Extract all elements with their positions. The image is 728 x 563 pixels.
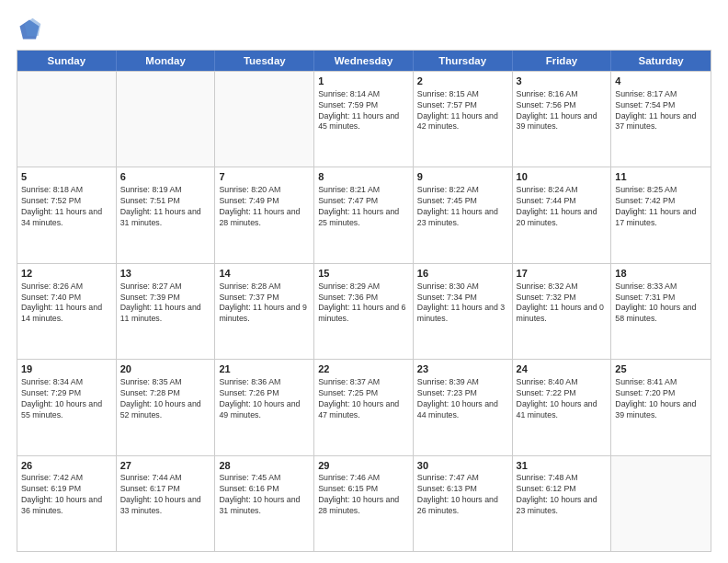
day-number: 24 (517, 362, 608, 376)
cell-text: Sunrise: 8:34 AM Sunset: 7:29 PM Dayligh… (21, 377, 112, 421)
cal-cell: 30Sunrise: 7:47 AM Sunset: 6:13 PM Dayli… (414, 456, 513, 551)
cal-cell: 31Sunrise: 7:48 AM Sunset: 6:12 PM Dayli… (513, 456, 612, 551)
header-day-friday: Friday (513, 51, 612, 71)
cell-text: Sunrise: 8:16 AM Sunset: 7:56 PM Dayligh… (517, 89, 608, 133)
day-number: 9 (417, 170, 508, 184)
header-day-monday: Monday (117, 51, 216, 71)
cell-text: Sunrise: 8:35 AM Sunset: 7:28 PM Dayligh… (120, 377, 211, 421)
cal-cell: 1Sunrise: 8:14 AM Sunset: 7:59 PM Daylig… (314, 72, 414, 167)
header (17, 17, 711, 42)
cal-cell: 29Sunrise: 7:46 AM Sunset: 6:15 PM Dayli… (314, 456, 414, 551)
cell-text: Sunrise: 8:41 AM Sunset: 7:20 PM Dayligh… (615, 377, 707, 421)
cal-cell: 9Sunrise: 8:22 AM Sunset: 7:45 PM Daylig… (414, 167, 513, 262)
header-day-tuesday: Tuesday (215, 51, 314, 71)
day-number: 3 (517, 75, 608, 88)
header-day-saturday: Saturday (611, 51, 711, 71)
day-number: 17 (517, 267, 608, 281)
cell-text: Sunrise: 8:27 AM Sunset: 7:39 PM Dayligh… (120, 282, 211, 326)
cal-cell: 21Sunrise: 8:36 AM Sunset: 7:26 PM Dayli… (215, 360, 314, 454)
cell-text: Sunrise: 8:33 AM Sunset: 7:31 PM Dayligh… (615, 282, 707, 326)
day-number: 15 (318, 267, 409, 281)
day-number: 31 (517, 459, 608, 473)
cell-text: Sunrise: 7:44 AM Sunset: 6:17 PM Dayligh… (120, 473, 211, 517)
week-row-4: 19Sunrise: 8:34 AM Sunset: 7:29 PM Dayli… (17, 359, 711, 454)
header-day-sunday: Sunday (17, 51, 117, 71)
day-number: 28 (219, 459, 310, 473)
day-number: 25 (615, 362, 707, 376)
calendar-header-row: SundayMondayTuesdayWednesdayThursdayFrid… (17, 51, 711, 71)
day-number: 26 (21, 459, 112, 473)
cal-cell: 4Sunrise: 8:17 AM Sunset: 7:54 PM Daylig… (611, 72, 711, 167)
week-row-2: 5Sunrise: 8:18 AM Sunset: 7:52 PM Daylig… (17, 167, 711, 262)
cal-cell: 15Sunrise: 8:29 AM Sunset: 7:36 PM Dayli… (314, 264, 414, 359)
cell-text: Sunrise: 8:20 AM Sunset: 7:49 PM Dayligh… (219, 185, 310, 229)
cal-cell: 28Sunrise: 7:45 AM Sunset: 6:16 PM Dayli… (215, 456, 314, 551)
cell-text: Sunrise: 7:45 AM Sunset: 6:16 PM Dayligh… (219, 473, 310, 517)
cell-text: Sunrise: 8:40 AM Sunset: 7:22 PM Dayligh… (517, 377, 608, 421)
week-row-1: 1Sunrise: 8:14 AM Sunset: 7:59 PM Daylig… (17, 71, 711, 167)
day-number: 8 (318, 170, 409, 184)
day-number: 22 (318, 362, 409, 376)
calendar: SundayMondayTuesdayWednesdayThursdayFrid… (17, 50, 711, 552)
header-day-wednesday: Wednesday (314, 51, 414, 71)
cal-cell: 25Sunrise: 8:41 AM Sunset: 7:20 PM Dayli… (611, 360, 711, 454)
cell-text: Sunrise: 7:47 AM Sunset: 6:13 PM Dayligh… (417, 473, 508, 517)
cal-cell: 2Sunrise: 8:15 AM Sunset: 7:57 PM Daylig… (414, 72, 513, 167)
cal-cell: 16Sunrise: 8:30 AM Sunset: 7:34 PM Dayli… (414, 264, 513, 359)
cell-text: Sunrise: 7:48 AM Sunset: 6:12 PM Dayligh… (517, 473, 608, 517)
cell-text: Sunrise: 8:32 AM Sunset: 7:32 PM Dayligh… (517, 282, 608, 326)
cal-cell: 5Sunrise: 8:18 AM Sunset: 7:52 PM Daylig… (17, 167, 117, 262)
cell-text: Sunrise: 8:25 AM Sunset: 7:42 PM Dayligh… (615, 185, 707, 229)
cal-cell: 13Sunrise: 8:27 AM Sunset: 7:39 PM Dayli… (117, 264, 216, 359)
day-number: 13 (120, 267, 211, 281)
cal-cell: 17Sunrise: 8:32 AM Sunset: 7:32 PM Dayli… (513, 264, 612, 359)
svg-marker-1 (25, 18, 41, 36)
cal-cell: 23Sunrise: 8:39 AM Sunset: 7:23 PM Dayli… (414, 360, 513, 454)
cal-cell: 8Sunrise: 8:21 AM Sunset: 7:47 PM Daylig… (314, 167, 414, 262)
cell-text: Sunrise: 8:22 AM Sunset: 7:45 PM Dayligh… (417, 185, 508, 229)
cal-cell: 19Sunrise: 8:34 AM Sunset: 7:29 PM Dayli… (17, 360, 117, 454)
cal-cell: 6Sunrise: 8:19 AM Sunset: 7:51 PM Daylig… (117, 167, 216, 262)
cal-cell (117, 72, 216, 167)
cal-cell: 11Sunrise: 8:25 AM Sunset: 7:42 PM Dayli… (611, 167, 711, 262)
day-number: 18 (615, 267, 707, 281)
day-number: 10 (517, 170, 608, 184)
cal-cell (611, 456, 711, 551)
day-number: 23 (417, 362, 508, 376)
cell-text: Sunrise: 8:14 AM Sunset: 7:59 PM Dayligh… (318, 89, 409, 133)
cal-cell (215, 72, 314, 167)
header-day-thursday: Thursday (414, 51, 513, 71)
logo-icon (17, 17, 42, 42)
day-number: 30 (417, 459, 508, 473)
week-row-5: 26Sunrise: 7:42 AM Sunset: 6:19 PM Dayli… (17, 455, 711, 551)
cell-text: Sunrise: 8:26 AM Sunset: 7:40 PM Dayligh… (21, 282, 112, 326)
day-number: 1 (318, 75, 409, 88)
cell-text: Sunrise: 8:37 AM Sunset: 7:25 PM Dayligh… (318, 377, 409, 421)
week-row-3: 12Sunrise: 8:26 AM Sunset: 7:40 PM Dayli… (17, 263, 711, 359)
day-number: 7 (219, 170, 310, 184)
cal-cell: 12Sunrise: 8:26 AM Sunset: 7:40 PM Dayli… (17, 264, 117, 359)
cal-cell: 3Sunrise: 8:16 AM Sunset: 7:56 PM Daylig… (513, 72, 612, 167)
cal-cell: 20Sunrise: 8:35 AM Sunset: 7:28 PM Dayli… (117, 360, 216, 454)
page: SundayMondayTuesdayWednesdayThursdayFrid… (0, 0, 728, 563)
day-number: 11 (615, 170, 707, 184)
cal-cell (17, 72, 117, 167)
day-number: 14 (219, 267, 310, 281)
day-number: 12 (21, 267, 112, 281)
cal-cell: 14Sunrise: 8:28 AM Sunset: 7:37 PM Dayli… (215, 264, 314, 359)
calendar-body: 1Sunrise: 8:14 AM Sunset: 7:59 PM Daylig… (17, 71, 711, 551)
logo (17, 17, 46, 42)
cal-cell: 22Sunrise: 8:37 AM Sunset: 7:25 PM Dayli… (314, 360, 414, 454)
day-number: 4 (615, 75, 707, 88)
cell-text: Sunrise: 8:29 AM Sunset: 7:36 PM Dayligh… (318, 282, 409, 326)
day-number: 2 (417, 75, 508, 88)
cal-cell: 24Sunrise: 8:40 AM Sunset: 7:22 PM Dayli… (513, 360, 612, 454)
cell-text: Sunrise: 7:46 AM Sunset: 6:15 PM Dayligh… (318, 473, 409, 517)
day-number: 27 (120, 459, 211, 473)
cell-text: Sunrise: 8:15 AM Sunset: 7:57 PM Dayligh… (417, 89, 508, 133)
cell-text: Sunrise: 8:24 AM Sunset: 7:44 PM Dayligh… (517, 185, 608, 229)
day-number: 29 (318, 459, 409, 473)
day-number: 16 (417, 267, 508, 281)
cell-text: Sunrise: 8:28 AM Sunset: 7:37 PM Dayligh… (219, 282, 310, 326)
cell-text: Sunrise: 8:39 AM Sunset: 7:23 PM Dayligh… (417, 377, 508, 421)
